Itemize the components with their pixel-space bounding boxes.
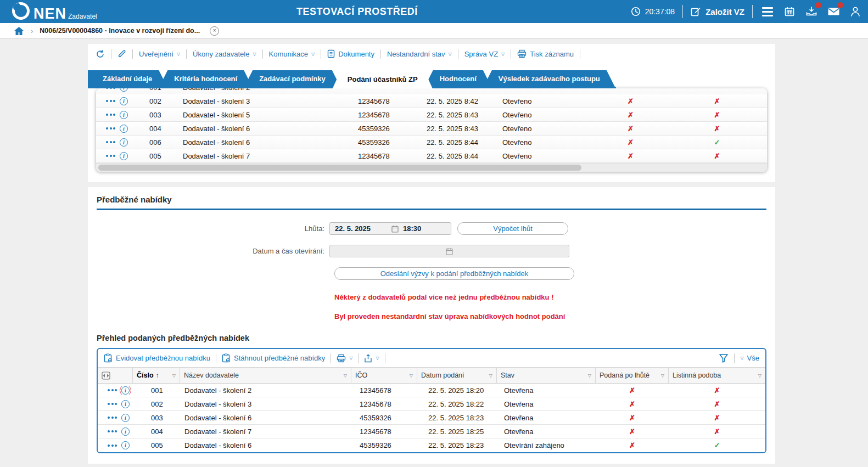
table-row[interactable]: i 003 Dodavatel - školení 5 12345678 22.…: [96, 108, 767, 122]
row-menu-icon[interactable]: [108, 417, 117, 419]
row-menu-icon[interactable]: [106, 88, 115, 89]
user-profile-icon[interactable]: [848, 4, 863, 19]
tab-hodnoceni[interactable]: Hodnocení: [425, 70, 491, 87]
deadline-datetime-input[interactable]: 22. 5. 2025 18:30: [329, 222, 451, 235]
tab-podani-ucastniku-zp[interactable]: Podání účastníků ZP: [333, 70, 433, 88]
table-row[interactable]: i 004 Dodavatel - školení 7 12345678 22.…: [98, 425, 765, 438]
horizontal-scrollbar[interactable]: [96, 163, 767, 172]
row-menu-icon[interactable]: [108, 389, 117, 391]
column-stav[interactable]: Stav ▽: [497, 368, 596, 383]
table-row-clipped[interactable]: i 001 Dodavatel - školení 2: [96, 88, 767, 94]
column-datum-podani[interactable]: Datum podání ▽: [417, 368, 497, 383]
info-icon[interactable]: i: [121, 400, 130, 408]
send-call-button[interactable]: Odeslání výzvy k podání předběžných nabí…: [334, 267, 574, 280]
filter-dropdown-icon[interactable]: ▽: [661, 373, 664, 378]
menu-sprava-vz[interactable]: Správa VZ▽: [464, 50, 505, 58]
row-menu-icon[interactable]: [106, 100, 115, 102]
table-row[interactable]: i 006 Dodavatel - školení 6 45359326 22.…: [96, 136, 767, 149]
create-vz-button[interactable]: Založit VZ: [691, 7, 744, 17]
table-row[interactable]: i 005 Dodavatel - školení 6 45359326 22.…: [98, 438, 765, 452]
calendar-small-icon: [446, 247, 453, 255]
filter-dropdown-icon[interactable]: ▽: [758, 373, 761, 378]
breadcrumb: › N006/25/V00004860 - Inovace v rozvoji …: [0, 23, 868, 39]
column-listinna-podoba[interactable]: Listinná podoba ▽: [669, 368, 765, 383]
info-icon[interactable]: i: [121, 441, 130, 449]
document-icon: [327, 49, 335, 58]
offers-overview-title: Přehled podaných předběžných nabídek: [97, 334, 766, 342]
table-row[interactable]: i 001 Dodavatel - školení 2 12345678 22.…: [98, 384, 765, 397]
menu-dokumenty[interactable]: Dokumenty: [327, 49, 374, 58]
info-icon[interactable]: i: [120, 152, 128, 160]
row-menu-icon[interactable]: [108, 403, 117, 405]
calendar-small-icon[interactable]: [391, 225, 399, 233]
info-icon[interactable]: i: [121, 414, 130, 422]
table-row[interactable]: i 002 Dodavatel - školení 3 12345678 22.…: [98, 397, 765, 411]
menu-icon[interactable]: [760, 4, 775, 19]
section-title: Předběžné nabídky: [97, 187, 766, 210]
table-row[interactable]: i 004 Dodavatel - školení 6 45359326 22.…: [96, 122, 767, 136]
refresh-icon[interactable]: [96, 49, 105, 59]
info-icon[interactable]: i: [120, 111, 128, 119]
tab-zadavaci-podminky[interactable]: Zadávací podmínky: [244, 70, 340, 87]
close-record-icon[interactable]: ×: [210, 26, 219, 36]
info-icon[interactable]: i: [120, 125, 128, 133]
home-icon[interactable]: [14, 26, 24, 36]
row-menu-icon[interactable]: [108, 445, 117, 447]
filter-dropdown-icon[interactable]: ▽: [410, 373, 413, 378]
breadcrumb-item[interactable]: N006/25/V00004860 - Inovace v rozvoji ří…: [40, 27, 200, 35]
tab-zakladni-udaje[interactable]: Základní údaje: [88, 70, 167, 87]
column-nazev-dodavatele[interactable]: Název dodavatele ▽: [180, 368, 351, 383]
record-toolbar: Uveřejnění▽ Úkony zadavatele▽ Komunikace…: [88, 44, 775, 64]
column-cislo[interactable]: Číslo ↑ ▽: [133, 368, 180, 383]
chevron-right-icon: ›: [31, 27, 33, 35]
table-row[interactable]: i 002 Dodavatel - školení 3 12345678 22.…: [96, 94, 767, 108]
environment-title: TESTOVACÍ PROSTŘEDÍ: [296, 0, 418, 23]
column-ico[interactable]: IČO ▽: [351, 368, 417, 383]
info-icon[interactable]: i: [120, 97, 128, 105]
scrollbar-thumb[interactable]: [98, 165, 581, 171]
nen-logo[interactable]: NEN Zadavatel: [0, 2, 97, 21]
chevron-down-icon: ▽: [501, 52, 505, 57]
info-icon[interactable]: i: [121, 427, 130, 436]
info-icon[interactable]: i: [120, 88, 128, 92]
row-menu-icon[interactable]: [106, 127, 115, 130]
row-menu-icon[interactable]: [106, 155, 115, 157]
chevron-down-icon: ▽: [253, 52, 256, 57]
export-dropdown[interactable]: ▽: [364, 354, 379, 363]
warning-multiple-offers: Některý z dodavatelů podal více než jedn…: [334, 293, 766, 301]
calendar-icon[interactable]: [782, 4, 797, 19]
tab-vysledek[interactable]: Výsledek zadávacího postupu: [484, 70, 615, 87]
inbox-download-icon[interactable]: [804, 4, 819, 19]
calc-deadlines-button[interactable]: Výpočet lhůt: [457, 222, 568, 235]
print-dropdown[interactable]: ▽: [337, 354, 352, 363]
menu-ukony-zadavatele[interactable]: Úkony zadavatele▽: [193, 50, 256, 58]
column-settings[interactable]: [98, 368, 133, 383]
row-menu-icon[interactable]: [108, 430, 117, 432]
row-menu-icon[interactable]: [106, 141, 115, 143]
menu-uverejneni[interactable]: Uveřejnění▽: [139, 50, 180, 58]
filter-dropdown-icon[interactable]: ▽: [172, 373, 176, 378]
filter-dropdown-icon[interactable]: ▽: [489, 373, 492, 378]
filter-icon[interactable]: [719, 353, 729, 363]
table-row[interactable]: i 003 Dodavatel - školení 6 45359326 22.…: [98, 411, 765, 425]
chevron-down-icon: ▽: [349, 356, 352, 361]
create-vz-label: Založit VZ: [705, 7, 744, 16]
record-panel: Uveřejnění▽ Úkony zadavatele▽ Komunikace…: [88, 44, 775, 182]
filter-dropdown-icon[interactable]: ▽: [588, 373, 591, 378]
chevron-down-icon: ▽: [311, 52, 315, 57]
info-icon-focused[interactable]: i: [121, 386, 130, 395]
menu-tisk-zaznamu[interactable]: Tisk záznamu: [517, 49, 574, 58]
mail-icon[interactable]: [826, 4, 841, 19]
filter-all-dropdown[interactable]: ▽ Vše: [740, 354, 759, 362]
download-offers-button[interactable]: Stáhnout předběžné nabídky: [222, 353, 325, 363]
row-menu-icon[interactable]: [106, 114, 115, 116]
table-row[interactable]: i 005 Dodavatel - školení 7 12345678 22.…: [96, 149, 767, 163]
column-podana-po-lhute[interactable]: Podaná po lhůtě ▽: [596, 368, 669, 383]
menu-komunikace[interactable]: Komunikace▽: [269, 50, 315, 58]
edit-pencil-icon[interactable]: [117, 49, 126, 58]
tab-kriteria-hodnoceni[interactable]: Kritéria hodnocení: [159, 70, 252, 87]
info-icon[interactable]: i: [120, 138, 128, 147]
filter-dropdown-icon[interactable]: ▽: [344, 373, 347, 378]
menu-nestandardni-stav[interactable]: Nestandardní stav▽: [387, 50, 452, 58]
register-offer-button[interactable]: Evidovat předběžnou nabídku: [104, 353, 210, 363]
